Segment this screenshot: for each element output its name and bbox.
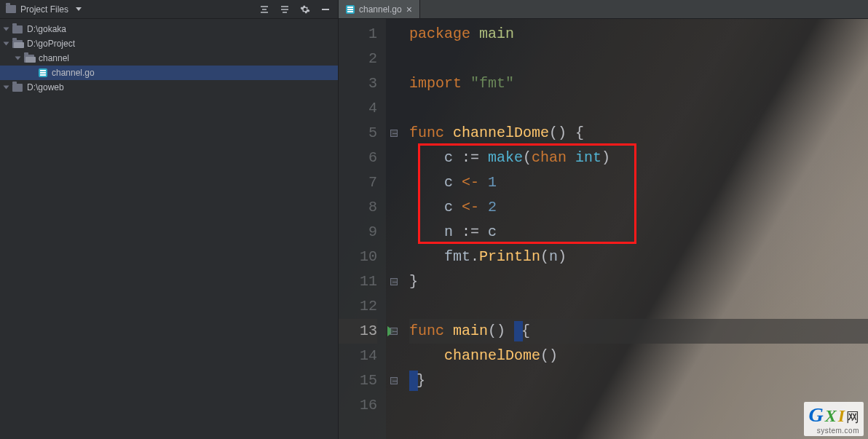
line-number[interactable]: 4 [339, 96, 377, 121]
line-number[interactable]: 6 [339, 146, 377, 170]
tree-item-label: D:\goweb [27, 82, 64, 92]
editor-tabs: channel.go × [339, 0, 868, 19]
collapse-all-icon[interactable] [258, 3, 271, 16]
line-number[interactable]: 7 [339, 170, 377, 195]
line-number[interactable]: 9 [339, 220, 377, 245]
folder-icon [12, 40, 23, 48]
watermark-suffix: 网 [846, 408, 859, 426]
code-line[interactable]: } [409, 368, 868, 393]
project-files-label: Project Files [20, 4, 68, 15]
line-number[interactable]: 5 [339, 121, 377, 146]
tree-file[interactable]: channel.go [0, 66, 338, 80]
tab-label: channel.go [359, 4, 402, 15]
code-line[interactable]: fmt.Println(n) [409, 245, 868, 269]
line-number[interactable]: 14 [339, 344, 377, 368]
hide-icon[interactable] [319, 3, 332, 16]
line-number[interactable]: 1 [339, 22, 377, 47]
tree-item-label: channel [39, 53, 69, 63]
close-icon[interactable]: × [406, 4, 412, 15]
tab-channel-go[interactable]: channel.go × [339, 0, 420, 18]
line-number[interactable]: 8 [339, 195, 377, 220]
tree-folder[interactable]: channel [0, 51, 338, 66]
line-number[interactable]: 15 [339, 368, 377, 393]
go-file-icon [346, 5, 355, 14]
project-files-dropdown[interactable]: Project Files [6, 4, 82, 15]
project-sidebar: Project Files D:\gokakaD:\goProjectchann… [0, 0, 339, 439]
code-line[interactable]: channelDome() [409, 344, 868, 368]
fold-icon[interactable] [390, 130, 398, 137]
gear-icon[interactable] [299, 3, 312, 16]
code-line[interactable] [409, 393, 868, 418]
editor-area: channel.go × 12345678910111213141516 pac… [339, 0, 868, 439]
code-content[interactable]: package mainimport "fmt"func channelDome… [402, 19, 868, 439]
svg-rect-0 [322, 9, 329, 10]
line-gutter[interactable]: 12345678910111213141516 [339, 19, 386, 439]
code-line[interactable] [409, 47, 868, 71]
go-file-icon [39, 68, 47, 77]
code-editor[interactable]: 12345678910111213141516 package mainimpo… [339, 19, 868, 439]
chevron-icon[interactable] [15, 57, 21, 60]
code-line[interactable]: import "fmt" [409, 71, 868, 96]
watermark: G X I 网 system.com [804, 402, 864, 436]
code-line[interactable] [409, 294, 868, 319]
watermark-x: X [825, 406, 837, 426]
code-line[interactable]: } [409, 269, 868, 294]
gutter-icons[interactable] [386, 19, 402, 439]
tree-item-label: D:\goProject [27, 39, 75, 49]
folder-icon [24, 55, 34, 63]
fold-icon[interactable] [390, 328, 398, 335]
line-number[interactable]: 16 [339, 393, 377, 418]
tree-item-label: D:\gokaka [27, 24, 66, 34]
folder-icon [12, 25, 23, 33]
line-number[interactable]: 13 [339, 319, 377, 344]
tree-folder[interactable]: D:\goProject [0, 36, 338, 51]
watermark-sub: system.com [817, 427, 859, 435]
watermark-i: I [838, 406, 845, 426]
code-line[interactable]: func main() { [409, 319, 868, 344]
highlight-box [418, 143, 636, 244]
chevron-icon[interactable] [4, 86, 9, 90]
line-number[interactable]: 3 [339, 71, 377, 96]
fold-icon[interactable] [390, 377, 398, 384]
watermark-g: G [808, 403, 823, 427]
line-number[interactable]: 11 [339, 269, 377, 294]
sidebar-toolbar: Project Files [0, 0, 338, 19]
tree-item-label: channel.go [52, 68, 95, 78]
code-line[interactable]: func channelDome() { [409, 121, 868, 146]
line-number[interactable]: 2 [339, 47, 377, 71]
line-number[interactable]: 12 [339, 294, 377, 319]
expand-all-icon[interactable] [278, 3, 291, 16]
project-tree: D:\gokakaD:\goProjectchannelchannel.goD:… [0, 19, 338, 98]
tree-folder[interactable]: D:\gokaka [0, 22, 338, 36]
fold-icon[interactable] [390, 278, 398, 285]
chevron-icon[interactable] [4, 28, 9, 31]
chevron-icon[interactable] [4, 42, 9, 46]
folder-icon [6, 5, 16, 13]
folder-icon [12, 84, 23, 92]
code-line[interactable] [409, 96, 868, 121]
chevron-down-icon [76, 7, 82, 11]
code-line[interactable]: package main [409, 22, 868, 47]
tree-folder[interactable]: D:\goweb [0, 80, 338, 95]
line-number[interactable]: 10 [339, 245, 377, 269]
